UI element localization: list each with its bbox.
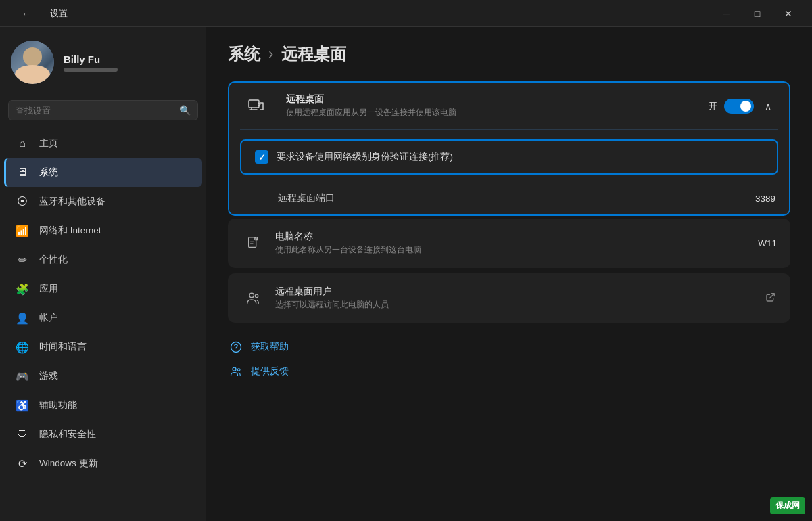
sidebar-item-system[interactable]: 🖥 系统 xyxy=(4,158,202,187)
pc-name-value: W11 xyxy=(758,238,777,248)
get-help-link[interactable]: 获取帮助 xyxy=(228,339,790,355)
user-profile[interactable]: Billy Fu xyxy=(0,27,206,97)
sidebar-item-accessibility[interactable]: ♿ 辅助功能 xyxy=(4,391,202,420)
pc-name-text: 电脑名称 使用此名称从另一台设备连接到这台电脑 xyxy=(275,231,748,256)
maximize-button[interactable]: □ xyxy=(742,3,773,24)
sidebar-label-bluetooth: 蓝牙和其他设备 xyxy=(39,196,105,208)
port-label: 远程桌面端口 xyxy=(278,192,755,204)
port-row: 远程桌面端口 3389 xyxy=(229,183,789,214)
breadcrumb-parent: 系统 xyxy=(228,43,260,65)
sub-options-area: ✓ 要求设备使用网络级别身份验证连接(推荐) xyxy=(229,130,789,183)
accessibility-icon: ♿ xyxy=(15,398,30,413)
search-box[interactable]: 🔍 xyxy=(8,100,198,120)
external-link-icon xyxy=(765,291,777,306)
svg-point-3 xyxy=(249,293,254,297)
accounts-icon: 👤 xyxy=(15,311,30,325)
sidebar-label-accounts: 帐户 xyxy=(39,312,58,324)
remote-desktop-card: 远程桌面 使用远程桌面应用从另一设备连接并使用该电脑 开 ∧ ✓ 要求设备使用网… xyxy=(228,81,790,216)
sidebar-label-privacy: 隐私和安全性 xyxy=(39,428,96,440)
remote-desktop-subtitle: 使用远程桌面应用从另一设备连接并使用该电脑 xyxy=(286,107,700,118)
nla-label: 要求设备使用网络级别身份验证连接(推荐) xyxy=(277,151,453,163)
search-icon: 🔍 xyxy=(179,105,191,116)
gaming-icon: 🎮 xyxy=(15,369,30,384)
window-controls: ─ □ ✕ xyxy=(711,3,804,24)
help-icon xyxy=(228,339,244,355)
sidebar-item-network[interactable]: 📶 网络和 Internet xyxy=(4,217,202,245)
remote-users-title: 远程桌面用户 xyxy=(275,286,755,298)
sidebar-label-home: 主页 xyxy=(39,137,58,150)
sidebar-label-personalization: 个性化 xyxy=(39,254,68,266)
feedback-link[interactable]: 提供反馈 xyxy=(228,363,790,380)
help-section: 获取帮助 提供反馈 xyxy=(228,339,790,380)
pc-name-row: 电脑名称 使用此名称从另一台设备连接到这台电脑 W11 xyxy=(228,219,790,268)
search-input[interactable] xyxy=(16,106,174,116)
remote-users-icon xyxy=(241,286,266,311)
avatar-image xyxy=(11,41,54,84)
svg-point-4 xyxy=(255,294,258,298)
user-subtitle-bar xyxy=(64,68,118,72)
watermark-label: 保成网 xyxy=(775,501,800,510)
remote-desktop-icon-area xyxy=(243,98,270,114)
breadcrumb-separator: › xyxy=(268,45,273,63)
svg-point-8 xyxy=(237,369,240,371)
sidebar-label-windows-update: Windows 更新 xyxy=(39,457,98,470)
update-icon: ⟳ xyxy=(15,456,30,471)
sidebar-item-apps[interactable]: 🧩 应用 xyxy=(4,275,202,303)
pc-name-subtitle: 使用此名称从另一台设备连接到这台电脑 xyxy=(275,244,748,256)
minimize-button[interactable]: ─ xyxy=(711,3,742,24)
port-value: 3389 xyxy=(755,194,775,204)
remote-desktop-title: 远程桌面 xyxy=(286,93,700,106)
system-icon: 🖥 xyxy=(15,165,30,180)
sidebar-item-windows-update[interactable]: ⟳ Windows 更新 xyxy=(4,449,202,478)
back-button[interactable]: ← xyxy=(11,3,42,24)
pen-icon: ✏ xyxy=(15,252,30,267)
sidebar-item-privacy[interactable]: 🛡 隐私和安全性 xyxy=(4,420,202,449)
nla-checkbox-row[interactable]: ✓ 要求设备使用网络级别身份验证连接(推荐) xyxy=(240,139,778,175)
breadcrumb-current: 远程桌面 xyxy=(281,43,346,65)
time-icon: 🌐 xyxy=(15,340,30,355)
remote-users-subtitle: 选择可以远程访问此电脑的人员 xyxy=(275,299,755,311)
sidebar-item-time[interactable]: 🌐 时间和语言 xyxy=(4,333,202,361)
toggle-label: 开 xyxy=(709,100,717,112)
sidebar-item-personalization[interactable]: ✏ 个性化 xyxy=(4,246,202,274)
avatar xyxy=(11,41,54,84)
nla-checkbox[interactable]: ✓ xyxy=(255,150,268,164)
sidebar-nav: ⌂ 主页 🖥 系统 ⦿ 蓝牙和其他设备 📶 网络和 Internet ✏ 个性化… xyxy=(0,129,206,478)
remote-desktop-main-row: 远程桌面 使用远程桌面应用从另一设备连接并使用该电脑 开 ∧ xyxy=(229,83,789,129)
close-button[interactable]: ✕ xyxy=(773,3,804,24)
watermark: 保成网 xyxy=(770,497,805,514)
sidebar-item-home[interactable]: ⌂ 主页 xyxy=(4,129,202,158)
remote-users-text: 远程桌面用户 选择可以远程访问此电脑的人员 xyxy=(275,286,755,311)
toggle-area: 开 ∧ xyxy=(709,99,775,114)
svg-rect-0 xyxy=(249,100,259,108)
sidebar: Billy Fu 🔍 ⌂ 主页 🖥 系统 ⦿ 蓝牙和其他设备 � xyxy=(0,27,206,521)
remote-desktop-toggle[interactable] xyxy=(724,99,754,114)
expand-chevron[interactable]: ∧ xyxy=(761,99,775,113)
pc-name-card: 电脑名称 使用此名称从另一台设备连接到这台电脑 W11 xyxy=(228,219,790,268)
user-info: Billy Fu xyxy=(64,53,118,72)
sidebar-label-network: 网络和 Internet xyxy=(39,225,101,237)
apps-icon: 🧩 xyxy=(15,281,30,296)
bluetooth-icon: ⦿ xyxy=(15,194,30,209)
remote-desktop-icon xyxy=(248,98,264,114)
users-icon xyxy=(246,291,261,306)
sidebar-item-gaming[interactable]: 🎮 游戏 xyxy=(4,362,202,390)
feedback-label: 提供反馈 xyxy=(251,365,289,378)
sidebar-label-system: 系统 xyxy=(39,166,58,179)
sidebar-label-time: 时间和语言 xyxy=(39,341,87,353)
svg-point-5 xyxy=(231,342,241,353)
sidebar-item-bluetooth[interactable]: ⦿ 蓝牙和其他设备 xyxy=(4,187,202,216)
pc-name-icon xyxy=(241,231,266,256)
remote-users-row[interactable]: 远程桌面用户 选择可以远程访问此电脑的人员 xyxy=(228,273,790,323)
sidebar-item-accounts[interactable]: 👤 帐户 xyxy=(4,304,202,332)
titlebar: ← 设置 ─ □ ✕ xyxy=(0,0,812,27)
document-icon xyxy=(246,236,261,251)
titlebar-title: 设置 xyxy=(50,7,68,20)
svg-point-6 xyxy=(235,350,236,350)
user-name: Billy Fu xyxy=(64,53,118,65)
titlebar-left: ← 设置 xyxy=(11,3,68,24)
home-icon: ⌂ xyxy=(15,136,30,151)
sidebar-label-accessibility: 辅助功能 xyxy=(39,399,77,411)
sidebar-label-apps: 应用 xyxy=(39,283,58,295)
sidebar-label-gaming: 游戏 xyxy=(39,370,58,382)
